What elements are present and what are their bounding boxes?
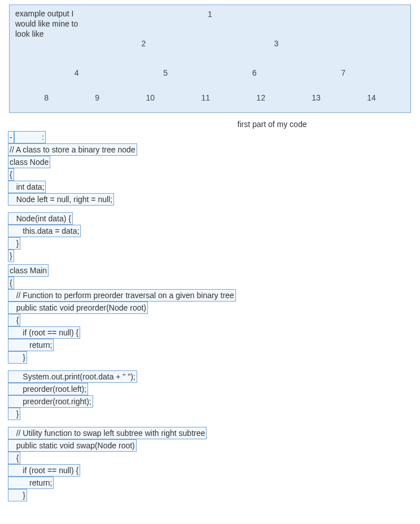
code-seg: // Utility function to swap left subtree… [8, 427, 207, 439]
code-seg: if (root == null) { [8, 326, 80, 339]
code-seg: class Node [8, 156, 50, 168]
code-seg: // A class to store a binary tree node [8, 143, 137, 156]
tree-cell: 12 [256, 93, 265, 102]
tree-cell: 1 [208, 10, 212, 19]
code-seg: } [8, 237, 20, 250]
code-seg: - [8, 131, 14, 143]
code-seg: preorder(root.left); [8, 383, 88, 395]
tree-row-3: 4 5 6 7 [10, 68, 410, 77]
code-seg: } [8, 408, 20, 420]
tree-cell: 3 [274, 39, 279, 48]
tree-cell: 2 [142, 39, 146, 48]
code-seg: public static void swap(Node root) [8, 439, 137, 452]
code-seg: } [8, 489, 27, 501]
tree-cell: 6 [252, 68, 257, 77]
tree-row-2: 2 3 [10, 39, 410, 48]
code-seg: return; [8, 477, 54, 489]
code-seg: } [8, 351, 27, 364]
tree-cell: 14 [367, 93, 376, 102]
code-seg: System.out.print(root.data + " "); [8, 370, 137, 383]
code-seg: Node left = null, right = null; [8, 193, 114, 206]
code-seg: : [14, 131, 46, 143]
code-seg: preorder(root.right); [8, 395, 93, 408]
tree-cell: 10 [146, 93, 155, 102]
tree-cell: 8 [44, 93, 49, 102]
tree-row-4: 8 9 10 11 12 13 14 [10, 93, 410, 102]
tree-cell: 4 [75, 68, 79, 77]
code-seg: // Function to perform preorder traversa… [8, 289, 236, 302]
code-seg: int data; [8, 181, 46, 193]
code-seg: { [8, 452, 20, 464]
code-seg: { [8, 277, 14, 289]
code-seg: } [8, 250, 14, 262]
tree-cell: 5 [163, 68, 168, 77]
code-seg: class Main [8, 264, 49, 277]
code-seg: this.data = data; [8, 225, 81, 237]
code-seg: { [8, 168, 14, 181]
tree-cell: 11 [201, 93, 210, 102]
code-seg: Node(int data) { [8, 212, 73, 225]
code-seg: { [8, 314, 20, 326]
tree-cell: 13 [312, 93, 321, 102]
tree-output-box: example output I would like mine to look… [9, 5, 411, 113]
section-label: first part of my code [0, 120, 420, 129]
tree-cell: 7 [341, 68, 345, 77]
code-seg: public static void preorder(Node root) [8, 302, 148, 314]
tree-caption: example output I would like mine to look… [15, 8, 94, 40]
code-seg: if (root == null) { [8, 464, 80, 477]
tree-cell: 9 [95, 93, 99, 102]
code-area: - : // A class to store a binary tree no… [8, 131, 412, 501]
code-seg: return; [8, 339, 54, 351]
